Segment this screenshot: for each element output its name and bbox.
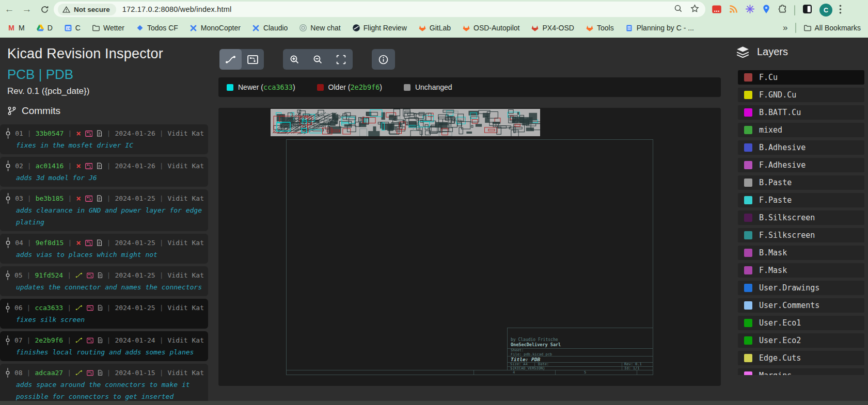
commit-close-icon[interactable]: × [76,195,81,203]
info-button[interactable] [372,49,395,70]
layer-row[interactable]: B.Adhesive [738,140,864,155]
pcb-board-render[interactable] [271,109,540,136]
commit-doc-icon[interactable] [97,239,102,247]
bookmark-item[interactable]: Flight Review [352,24,407,32]
layer-row[interactable]: F.Silkscreen [738,228,864,242]
bookmark-item[interactable]: M M [7,24,25,32]
zoom-page-icon[interactable] [674,4,683,15]
commit-diff-icon[interactable] [75,271,83,279]
commit-doc-icon[interactable] [97,162,102,170]
layer-row[interactable]: mixed [738,123,864,137]
url-text[interactable]: 172.17.0.2:8080/web/index.html [122,5,232,13]
commit-item[interactable]: 02 | ac01416 | × | 2024-01-26 | Vidit Ka… [0,157,208,187]
commit-hash[interactable]: 91fd524 [35,271,63,279]
bookmarks-overflow-chevron[interactable]: » [783,23,787,33]
bookmark-item[interactable]: MonoCopter [190,24,241,32]
commit-doc-icon[interactable] [98,369,103,377]
commit-pcb-icon[interactable] [87,304,93,312]
layer-row[interactable]: F.Paste [738,193,864,207]
layer-row[interactable]: B.Silkscreen [738,210,864,225]
commit-diff-icon[interactable] [75,304,83,312]
rss-extension-icon[interactable] [729,4,738,16]
bookmark-item[interactable]: Claudio [252,24,288,32]
commit-hash[interactable]: 9ef8d15 [36,239,64,247]
map-pin-extension-icon[interactable] [762,5,771,16]
zoom-fit-button[interactable] [329,49,353,70]
commit-hash[interactable]: 2e2b9f6 [35,336,63,344]
layer-row[interactable]: User.Drawings [738,281,864,295]
commit-doc-icon[interactable] [98,271,103,279]
commit-doc-icon[interactable] [98,304,103,312]
commit-doc-icon[interactable] [97,195,102,202]
split-screen-icon[interactable] [802,4,813,17]
bookmark-item[interactable]: Planning by C - ... [625,24,694,32]
forward-icon[interactable]: → [21,3,33,15]
commit-pcb-icon[interactable] [85,195,93,202]
layer-row[interactable]: B.Mask [738,246,864,260]
commit-close-icon[interactable]: × [76,162,81,170]
bookmark-item[interactable]: GitLab [418,24,451,32]
commit-close-icon[interactable]: × [76,129,81,138]
bookmark-item[interactable]: Todos CF [136,24,178,32]
zoom-in-button[interactable] [283,49,306,70]
security-chip[interactable]: Not secure [58,4,116,15]
nav-link-pcb[interactable]: PCB [7,67,35,82]
commit-pcb-icon[interactable] [85,130,93,137]
layer-row[interactable]: F.Cu [738,70,864,85]
zoom-out-button[interactable] [306,49,329,70]
layer-row[interactable]: User.Eco2 [738,333,864,348]
commit-pcb-icon[interactable] [85,163,93,170]
nav-link-pdb[interactable]: PDB [46,67,73,82]
layer-row[interactable]: B.BATT.Cu [738,105,864,120]
bookmark-item[interactable]: OSD-Autopilot [462,24,519,32]
commit-hash[interactable]: cca3633 [35,304,63,312]
commit-diff-icon[interactable] [75,369,83,377]
back-icon[interactable]: ← [3,3,15,15]
board-view-button[interactable] [242,49,264,70]
bookmark-star-icon[interactable] [690,4,699,15]
commit-close-icon[interactable]: × [76,239,81,247]
layer-row[interactable]: F.Adhesive [738,158,864,172]
commit-diff-icon[interactable] [75,336,83,344]
layer-row[interactable]: Margins [738,368,864,375]
extensions-puzzle-icon[interactable] [778,4,787,16]
commit-hash[interactable]: 33b0547 [36,129,64,137]
bookmark-item[interactable]: D [36,24,53,32]
commit-doc-icon[interactable] [98,336,103,344]
commit-pcb-icon[interactable] [87,272,93,279]
pcb-diff-viewer[interactable]: 4 5 by Claudio Fritsche OneSecDelivery S… [218,108,721,386]
commit-item[interactable]: 04 | 9ef8d15 | × | 2024-01-25 | Vidit Ka… [0,234,208,264]
commit-doc-icon[interactable] [97,129,102,137]
commit-pcb-icon[interactable] [87,337,93,344]
screenshot-extension-icon[interactable] [712,4,722,17]
commit-item[interactable]: 05 | 91fd524 | × | 2024-01-25 | Vidit Ka… [0,266,208,296]
commit-item[interactable]: 08 | adcaa27 | × | 2024-01-15 | Vidit Ka… [0,364,208,405]
profile-avatar[interactable]: C [819,4,832,17]
diff-view-button[interactable] [219,49,242,70]
address-bar[interactable]: Not secure 172.17.0.2:8080/web/index.htm… [54,2,705,17]
layer-row[interactable]: F.GND.Cu [738,88,864,102]
commit-item[interactable]: 06 | cca3633 | × | 2024-01-25 | Vidit Ka… [0,299,208,329]
menu-kebab-icon[interactable] [839,5,842,16]
commit-hash[interactable]: be3b185 [36,195,64,202]
layer-row[interactable]: User.Eco1 [738,316,864,330]
commit-hash[interactable]: adcaa27 [35,369,63,377]
commit-pcb-icon[interactable] [85,239,93,247]
commit-item[interactable]: 07 | 2e2b9f6 | × | 2024-01-24 | Vidit Ka… [0,331,208,361]
all-bookmarks-button[interactable]: All Bookmarks [803,24,861,32]
commit-pcb-icon[interactable] [87,369,93,377]
layer-row[interactable]: F.Mask [738,263,864,278]
snowflake-extension-icon[interactable] [745,4,755,16]
bookmark-item[interactable]: New chat [299,24,340,32]
commit-hash[interactable]: ac01416 [36,162,64,170]
layer-row[interactable]: User.Comments [738,298,864,313]
commit-item[interactable]: 03 | be3b185 | × | 2024-01-25 | Vidit Ka… [0,189,208,231]
bookmark-item[interactable]: 19 C [64,24,81,32]
bookmark-item[interactable]: PX4-OSD [531,24,574,32]
bookmark-item[interactable]: Wetter [92,24,124,32]
layer-row[interactable]: Edge.Cuts [738,351,864,365]
bookmark-item[interactable]: Tools [586,24,614,32]
reload-icon[interactable] [38,3,51,15]
layer-row[interactable]: B.Paste [738,175,864,190]
commit-item[interactable]: 01 | 33b0547 | × | 2024-01-26 | Vidit Ka… [0,124,208,154]
